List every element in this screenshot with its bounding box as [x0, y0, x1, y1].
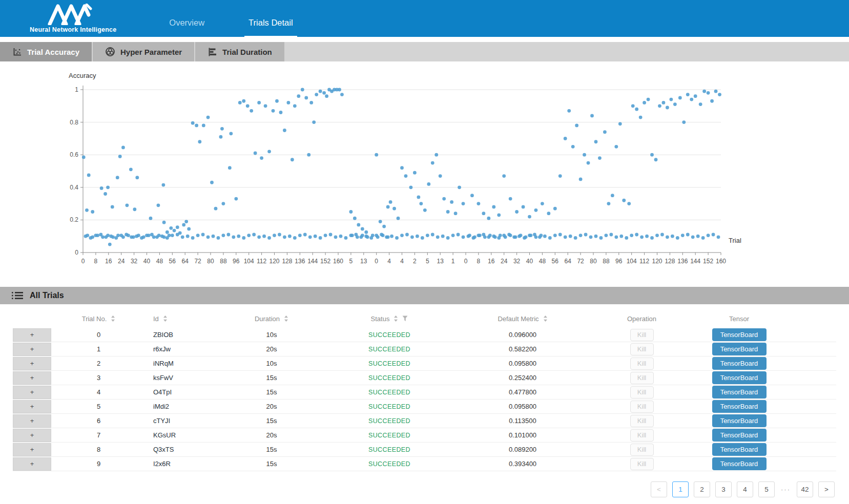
- data-point[interactable]: [635, 108, 638, 111]
- data-point[interactable]: [441, 235, 445, 238]
- data-point[interactable]: [250, 109, 253, 113]
- data-point[interactable]: [361, 227, 364, 230]
- data-point[interactable]: [502, 174, 506, 178]
- data-point[interactable]: [427, 182, 430, 186]
- data-point[interactable]: [257, 235, 261, 239]
- data-point[interactable]: [127, 234, 130, 237]
- data-point[interactable]: [522, 205, 525, 209]
- column-header-duration[interactable]: Duration: [213, 315, 330, 323]
- data-point[interactable]: [395, 236, 399, 240]
- data-point[interactable]: [504, 235, 507, 239]
- data-point[interactable]: [666, 106, 669, 110]
- sort-icon[interactable]: [163, 315, 168, 322]
- data-point[interactable]: [650, 153, 654, 157]
- data-point[interactable]: [149, 217, 153, 220]
- data-point[interactable]: [217, 236, 220, 240]
- data-point[interactable]: [450, 200, 453, 204]
- data-point[interactable]: [446, 236, 450, 240]
- data-point[interactable]: [462, 235, 465, 239]
- data-point[interactable]: [598, 156, 602, 160]
- data-point[interactable]: [135, 176, 139, 179]
- data-point[interactable]: [468, 234, 471, 237]
- data-point[interactable]: [214, 207, 218, 211]
- data-point[interactable]: [541, 202, 544, 205]
- data-point[interactable]: [152, 235, 156, 239]
- kill-button[interactable]: Kill: [630, 444, 654, 456]
- data-point[interactable]: [86, 234, 89, 237]
- data-point[interactable]: [579, 178, 583, 181]
- data-point[interactable]: [457, 233, 460, 237]
- data-point[interactable]: [111, 235, 115, 239]
- kill-button[interactable]: Kill: [630, 329, 654, 341]
- expand-row-button[interactable]: +: [13, 371, 51, 385]
- data-point[interactable]: [293, 104, 297, 108]
- data-point[interactable]: [206, 235, 210, 239]
- data-point[interactable]: [390, 235, 394, 238]
- data-point[interactable]: [338, 88, 341, 92]
- data-point[interactable]: [91, 210, 94, 214]
- tensorboard-button[interactable]: TensorBoard: [712, 429, 767, 442]
- data-point[interactable]: [567, 109, 571, 113]
- tab-overview[interactable]: Overview: [165, 18, 209, 37]
- data-point[interactable]: [451, 234, 455, 237]
- data-point[interactable]: [91, 235, 94, 239]
- data-point[interactable]: [339, 235, 343, 238]
- data-point[interactable]: [229, 132, 233, 135]
- kill-button[interactable]: Kill: [630, 358, 654, 370]
- data-point[interactable]: [614, 235, 618, 239]
- tensorboard-button[interactable]: TensorBoard: [712, 357, 767, 370]
- data-point[interactable]: [622, 199, 626, 202]
- expand-row-button[interactable]: +: [13, 414, 51, 428]
- data-point[interactable]: [611, 194, 614, 197]
- data-point[interactable]: [707, 91, 710, 95]
- data-point[interactable]: [416, 235, 419, 238]
- data-point[interactable]: [356, 235, 359, 239]
- data-point[interactable]: [182, 223, 185, 227]
- tensorboard-button[interactable]: TensorBoard: [712, 400, 767, 413]
- data-point[interactable]: [417, 195, 420, 199]
- data-point[interactable]: [118, 155, 122, 158]
- data-point[interactable]: [279, 111, 283, 114]
- data-point[interactable]: [431, 161, 434, 165]
- kill-button[interactable]: Kill: [630, 386, 654, 398]
- data-point[interactable]: [303, 233, 307, 237]
- data-point[interactable]: [439, 174, 442, 178]
- data-point[interactable]: [528, 215, 531, 219]
- data-point[interactable]: [350, 234, 354, 237]
- data-point[interactable]: [454, 212, 458, 215]
- data-point[interactable]: [108, 243, 112, 246]
- data-point[interactable]: [590, 114, 594, 117]
- data-point[interactable]: [607, 202, 610, 205]
- tensorboard-button[interactable]: TensorBoard: [712, 328, 767, 341]
- data-point[interactable]: [191, 121, 195, 125]
- data-point[interactable]: [473, 235, 477, 239]
- page-button-2[interactable]: 2: [694, 481, 710, 497]
- data-point[interactable]: [178, 231, 182, 235]
- data-point[interactable]: [548, 236, 552, 240]
- data-point[interactable]: [173, 229, 176, 233]
- data-point[interactable]: [419, 202, 423, 205]
- data-point[interactable]: [639, 116, 643, 119]
- data-point[interactable]: [423, 208, 427, 212]
- data-point[interactable]: [553, 234, 557, 237]
- data-point[interactable]: [524, 235, 528, 239]
- data-point[interactable]: [564, 235, 567, 239]
- data-point[interactable]: [625, 236, 628, 240]
- data-point[interactable]: [222, 202, 225, 205]
- data-point[interactable]: [382, 225, 386, 228]
- data-point[interactable]: [308, 235, 312, 239]
- data-point[interactable]: [389, 200, 392, 204]
- data-point[interactable]: [671, 235, 674, 238]
- data-point[interactable]: [660, 233, 664, 237]
- accuracy-scatter-chart[interactable]: 00.20.40.60.8108162432404856647280889610…: [0, 66, 849, 270]
- column-header-id[interactable]: Id: [146, 315, 213, 323]
- data-point[interactable]: [609, 233, 613, 237]
- data-point[interactable]: [519, 234, 523, 237]
- filter-icon[interactable]: [402, 316, 408, 322]
- data-point[interactable]: [594, 235, 598, 238]
- data-point[interactable]: [690, 98, 693, 101]
- data-point[interactable]: [247, 234, 251, 237]
- data-point[interactable]: [392, 207, 396, 211]
- kill-button[interactable]: Kill: [630, 429, 654, 442]
- data-point[interactable]: [497, 213, 501, 217]
